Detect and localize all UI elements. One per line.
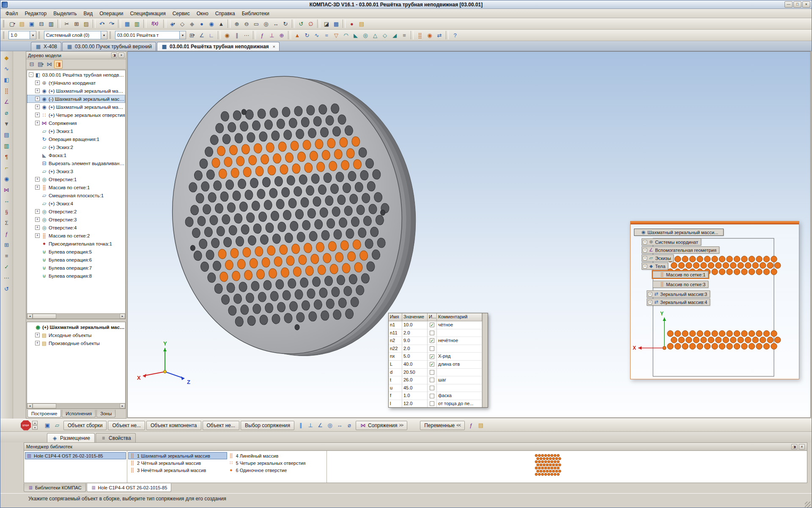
- scroll-right-icon[interactable]: [120, 314, 125, 319]
- surfaces-button[interactable]: ◧: [2, 75, 12, 85]
- tree-tab[interactable]: Построение: [27, 410, 61, 417]
- zoom-all-button[interactable]: ◎: [261, 19, 271, 28]
- layer-combo[interactable]: Системный слой (0): [44, 31, 107, 39]
- orientation-button[interactable]: ◈▾: [168, 19, 177, 28]
- library-element[interactable]: 6 Одиночное отверстие: [227, 467, 326, 474]
- variables-column-header[interactable]: Значение: [402, 313, 428, 321]
- info-checkbox[interactable]: ✓: [430, 338, 434, 343]
- save-document-button[interactable]: ▣: [27, 19, 36, 28]
- expander-icon[interactable]: +: [648, 292, 652, 296]
- perspective-display-button[interactable]: ▲: [217, 19, 226, 28]
- new-document-button[interactable]: ▢▾: [8, 19, 17, 28]
- interrupt-command-button[interactable]: STOP: [21, 420, 31, 431]
- library-element[interactable]: 3 Нечётный зеркальный массив: [128, 467, 227, 474]
- variables-button[interactable]: Переменные<<: [420, 421, 465, 430]
- chamfer-operation-button[interactable]: ◣: [351, 30, 360, 40]
- tree-item[interactable]: Присоединительная точка:1: [27, 240, 125, 248]
- properties-panel-button[interactable]: ≡: [2, 251, 12, 261]
- help-mode-button[interactable]: ?: [450, 30, 460, 40]
- variable-row[interactable]: n110.0✓чётное: [389, 321, 482, 329]
- undo-button[interactable]: ↶▾: [97, 19, 107, 28]
- variable-row[interactable]: u45.0: [389, 384, 482, 392]
- redo-button[interactable]: ↷▾: [107, 19, 116, 28]
- tree-item[interactable]: Булева операция:5: [27, 248, 125, 256]
- tree-item[interactable]: +Производные объекты: [27, 339, 125, 347]
- variable-row[interactable]: n29.0✓нечётное: [389, 337, 482, 345]
- info-checkbox[interactable]: [430, 386, 434, 390]
- hide-show-button[interactable]: ∅: [306, 19, 315, 28]
- library-item[interactable]: Hole C1P4-4 OST 26-02-1015-85: [25, 452, 126, 459]
- info-checkbox[interactable]: ✓: [430, 323, 434, 327]
- circular-pattern-button[interactable]: ◉: [425, 30, 434, 40]
- tree-item[interactable]: +Массив по сетке:1: [27, 183, 125, 191]
- components-button[interactable]: ◉: [2, 174, 12, 184]
- collections-button[interactable]: Σ: [2, 218, 12, 228]
- expander-icon[interactable]: +: [35, 80, 40, 85]
- tree-item[interactable]: +(т)Начало координат: [27, 79, 125, 87]
- info-checkbox[interactable]: [430, 378, 434, 382]
- variable-row[interactable]: f1.0фаска: [389, 392, 482, 400]
- mate-selection-button[interactable]: Выбор сопряжения: [241, 421, 294, 430]
- document-tab[interactable]: 03.00.01 Решётка трубная неподвижная×: [157, 42, 280, 51]
- menu-item[interactable]: Спецификация: [126, 9, 169, 18]
- menu-item[interactable]: Выделить: [50, 9, 80, 18]
- menu-item[interactable]: Редактор: [22, 9, 50, 18]
- tree-hscrollbar[interactable]: [27, 403, 125, 409]
- mate-coaxial-button[interactable]: ◎: [325, 421, 335, 430]
- spatial-curves-button[interactable]: ∿: [2, 64, 12, 74]
- info-checkbox[interactable]: [430, 401, 434, 406]
- variable-row[interactable]: n112.0: [389, 329, 482, 337]
- expander-icon[interactable]: +: [35, 341, 40, 345]
- shaded-edges-display-button[interactable]: ◉: [207, 19, 216, 28]
- info-checkbox[interactable]: [430, 331, 434, 335]
- info-checkbox[interactable]: [430, 370, 434, 375]
- expander-icon[interactable]: +: [35, 121, 40, 125]
- variable-row[interactable]: L40.0✓длина отв: [389, 361, 482, 369]
- tree-item[interactable]: +Сопряжения: [27, 119, 125, 127]
- zoom-window-button[interactable]: ▭: [252, 19, 261, 28]
- filters-button[interactable]: ▼: [2, 119, 12, 129]
- tree-item[interactable]: Операция вращения:1: [27, 135, 125, 143]
- expander-icon[interactable]: +: [35, 177, 40, 182]
- popup-tree-item[interactable]: +Эскизы: [642, 254, 674, 262]
- minimize-button[interactable]: —: [785, 1, 793, 8]
- revolve-operation-button[interactable]: ↻: [302, 30, 312, 40]
- tree-item[interactable]: Смещенная плоскость:1: [27, 191, 125, 199]
- document-tab[interactable]: 03.00.00 Пучок трубный верхний: [62, 42, 156, 51]
- popup-tree-item[interactable]: Массив по сетке:1: [653, 271, 708, 278]
- hole-operation-button[interactable]: ◎: [361, 30, 370, 40]
- parameterization-button[interactable]: ƒ: [258, 30, 267, 40]
- tree-item[interactable]: (+) Шахматный зеркальный массив: [27, 323, 125, 331]
- property-tab[interactable]: Свойства: [96, 433, 136, 442]
- tree-item[interactable]: +Отверстие:2: [27, 207, 125, 215]
- check-document-button[interactable]: ✓: [2, 262, 12, 272]
- zoom-out-button[interactable]: ⊖: [242, 19, 251, 28]
- expander-icon[interactable]: +: [643, 240, 647, 244]
- open-document-button[interactable]: ▤: [17, 19, 27, 28]
- auxiliary-geometry-button[interactable]: ∠: [2, 97, 12, 107]
- paste-button[interactable]: ▨: [82, 19, 91, 28]
- library-element[interactable]: 2 Чётный зеркальный массив: [128, 459, 227, 467]
- menu-item[interactable]: Сервис: [169, 9, 193, 18]
- scroll-down-icon[interactable]: [32, 425, 38, 430]
- tree-item[interactable]: (+) Эскиз:1: [27, 127, 125, 135]
- rib-operation-button[interactable]: △: [370, 30, 380, 40]
- menu-item[interactable]: Операции: [96, 9, 126, 18]
- info-checkbox[interactable]: ✓: [430, 354, 434, 359]
- popup-tree-item[interactable]: Шахматный зеркальный масси...: [634, 229, 724, 236]
- tree-item[interactable]: +(+) Шахматный зеркальный массив: [27, 87, 125, 95]
- variable-row[interactable]: l12.0от торца до пе...: [389, 400, 482, 407]
- popup-tree-item[interactable]: +Системы координат: [642, 238, 701, 246]
- sheet-metal-button[interactable]: ⌐: [2, 163, 12, 173]
- viewport-3d[interactable]: XYZ ИмяЗначениеИ...Комментарий n110.0✓чё…: [127, 51, 811, 418]
- combo-dropdown-icon[interactable]: [30, 31, 36, 39]
- scroll-left-icon[interactable]: [27, 403, 33, 409]
- tree-item[interactable]: Булева операция:8: [27, 272, 125, 280]
- document-combo[interactable]: 03.00.01 Решётка т: [115, 31, 186, 39]
- print-button[interactable]: ⊟: [37, 19, 46, 28]
- variable-row[interactable]: n222.0: [389, 345, 482, 353]
- edit-in-place-button[interactable]: ▣: [43, 421, 52, 430]
- pan-view-button[interactable]: ↔: [271, 19, 280, 28]
- expander-icon[interactable]: +: [35, 88, 40, 93]
- tree-hscrollbar[interactable]: [27, 313, 125, 319]
